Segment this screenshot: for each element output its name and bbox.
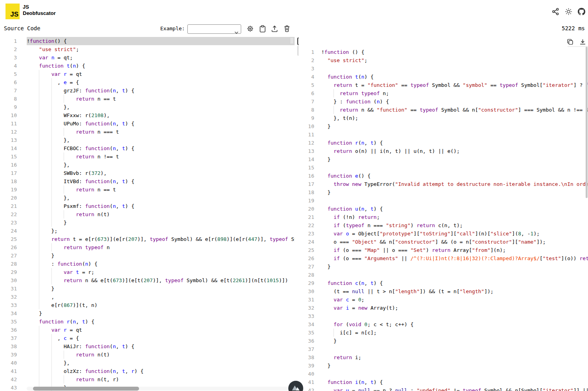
code-line[interactable]: 6 , e = {	[0, 78, 295, 86]
code-line[interactable]: 18 ItVBd: function(n, t) {	[0, 177, 295, 185]
code-line[interactable]: 38 HAiJr: function(n, t) {	[0, 342, 295, 351]
code-line[interactable]: 12 function r(n, t) {	[299, 139, 588, 147]
code-line[interactable]: 23 }	[0, 218, 295, 227]
share-icon[interactable]	[551, 7, 559, 15]
code-line[interactable]: 24 };	[0, 227, 295, 235]
code-line[interactable]: 9 }, t(n);	[299, 114, 588, 122]
copy-icon[interactable]	[566, 38, 574, 46]
code-line[interactable]: 27 }	[0, 251, 295, 260]
code-line[interactable]: 33	[299, 312, 588, 320]
code-line[interactable]: 3	[299, 64, 588, 73]
code-line[interactable]: 4 function t(n) {	[0, 62, 295, 70]
code-line[interactable]: 30 return n && e[t(673)](e[t(207)], type…	[0, 276, 295, 285]
code-line[interactable]: 19 return n == t	[0, 185, 295, 194]
source-vertical-scrollbar-thumb[interactable]	[290, 37, 294, 44]
upload-icon[interactable]	[271, 24, 278, 33]
code-line[interactable]: 17 throw new TypeError("Invalid attempt …	[299, 180, 588, 188]
output-vertical-scrollbar-thumb[interactable]	[586, 47, 588, 198]
code-line[interactable]: 30 (t == null || t > n["length"]) && (t …	[299, 287, 588, 296]
code-line[interactable]: 34 }	[0, 309, 295, 318]
output-editor[interactable]: 1!function () {2 "use strict";34 functio…	[299, 36, 588, 391]
code-line[interactable]: 20 },	[0, 194, 295, 202]
paste-icon[interactable]	[258, 24, 266, 33]
code-line[interactable]: 2 "use strict";	[0, 45, 295, 53]
code-line[interactable]: 18 }	[299, 188, 588, 196]
code-line[interactable]: 1!function () {	[299, 48, 588, 56]
source-code-area[interactable]: 1!function() {2 "use strict";3 var n = q…	[0, 37, 295, 391]
code-line[interactable]: 35 i[c] = n[c];	[299, 329, 588, 337]
code-line[interactable]: 37 , c = {	[0, 334, 295, 342]
code-line[interactable]: 13 },	[0, 136, 295, 144]
code-line[interactable]: 19	[299, 196, 588, 205]
code-line[interactable]: 15 return n !== t	[0, 152, 295, 161]
example-select[interactable]	[187, 24, 241, 34]
code-line[interactable]: 40 },	[0, 359, 295, 367]
code-line[interactable]: 13 return o(n) || i(n, t) || u(n, t) || …	[299, 147, 588, 155]
code-line[interactable]: 14 FCBOC: function(n, t) {	[0, 144, 295, 152]
theme-icon[interactable]	[564, 7, 572, 15]
settings-icon[interactable]	[246, 24, 254, 33]
code-line[interactable]: 8 return n == t	[0, 95, 295, 103]
code-line[interactable]: 5 var r = qt	[0, 70, 295, 78]
code-line[interactable]: 4 function t(n) {	[299, 73, 588, 81]
code-line[interactable]: 26 if (o === "Arguments" || /^(?:Ui|I)nt…	[299, 254, 588, 263]
code-line[interactable]: 7 grzJF: function(n, t) {	[0, 86, 295, 95]
code-line[interactable]: 15	[299, 163, 588, 172]
code-line[interactable]: 31 }	[0, 285, 295, 293]
code-line[interactable]: 33 e[r(867)](t, n)	[0, 301, 295, 309]
code-line[interactable]: 29 var t = r;	[0, 268, 295, 276]
code-line[interactable]: 36 }	[299, 337, 588, 345]
code-line[interactable]: 3 var n = qt;	[0, 53, 295, 62]
code-line[interactable]: 21 if (!n) return;	[299, 213, 588, 221]
code-line[interactable]: 32 ,	[0, 293, 295, 301]
code-line[interactable]: 39 }	[299, 362, 588, 370]
code-line[interactable]: 6 return typeof n;	[299, 89, 588, 97]
code-line[interactable]: 26 return typeof n	[0, 243, 295, 251]
code-line[interactable]: 32 var i = new Array(t);	[299, 304, 588, 312]
code-line[interactable]: 25 if (o === "Map" || o === "Set") retur…	[299, 246, 588, 254]
code-line[interactable]: 11 UPuMo: function(n, t) {	[0, 119, 295, 128]
code-line[interactable]: 21 Psxmf: function(n, t) {	[0, 202, 295, 210]
output-code-area[interactable]: 1!function () {2 "use strict";34 functio…	[299, 48, 588, 391]
code-line[interactable]: 37	[299, 345, 588, 353]
code-line[interactable]: 22 return n(t)	[0, 210, 295, 218]
code-line[interactable]: 41 olzXz: function(n, t, r) {	[0, 367, 295, 375]
code-line[interactable]: 38 return i;	[299, 353, 588, 362]
code-line[interactable]: 5 return t = "function" == typeof Symbol…	[299, 81, 588, 89]
code-line[interactable]: 40	[299, 370, 588, 378]
code-line[interactable]: 9 },	[0, 103, 295, 111]
code-line[interactable]: 12 return n === t	[0, 128, 295, 136]
code-line[interactable]: 14 }	[299, 155, 588, 163]
code-line[interactable]: 7 } : function (n) {	[299, 97, 588, 106]
code-line[interactable]: 25 return t = e[r(673)](e[r(207)], typeo…	[0, 235, 295, 243]
code-line[interactable]: 36 var r = qt	[0, 326, 295, 334]
code-line[interactable]: 17 SWBvb: r(372),	[0, 169, 295, 177]
source-horizontal-scrollbar-thumb[interactable]	[33, 387, 139, 391]
code-line[interactable]: 39 return n(t)	[0, 351, 295, 359]
code-line[interactable]: 16 function e() {	[299, 172, 588, 180]
code-line[interactable]: 20 function u(n, t) {	[299, 205, 588, 213]
code-line[interactable]: 10 }	[299, 122, 588, 130]
code-line[interactable]: 11	[299, 130, 588, 139]
code-line[interactable]: 22 if (typeof n === "string") return c(n…	[299, 221, 588, 229]
code-line[interactable]: 10 WFxxw: r(2108),	[0, 111, 295, 119]
code-line[interactable]: 8 return n && "function" == typeof Symbo…	[299, 106, 588, 114]
code-line[interactable]: 34 for (void 0; c < t; c++) {	[299, 320, 588, 329]
code-line[interactable]: 31 var c = 0;	[299, 296, 588, 304]
code-line[interactable]: 41 function i(n, t) {	[299, 378, 588, 386]
trash-icon[interactable]	[283, 24, 291, 33]
code-line[interactable]: 23 var o = Object["prototype"]["toString…	[299, 229, 588, 238]
code-line[interactable]: 29 function c(n, t) {	[299, 279, 588, 287]
source-editor[interactable]: 1!function() {2 "use strict";3 var n = q…	[0, 36, 295, 391]
code-line[interactable]: 28	[299, 271, 588, 279]
code-line[interactable]: 1!function() {	[0, 37, 295, 45]
code-line[interactable]: 27 }	[299, 263, 588, 271]
code-line[interactable]: 28 : function(n) {	[0, 260, 295, 268]
code-line[interactable]: 42 return n(t, r)	[0, 375, 295, 384]
code-line[interactable]: 2 "use strict";	[299, 56, 588, 64]
code-line[interactable]: 24 o === "Object" && n["constructor"] &&…	[299, 238, 588, 246]
download-icon[interactable]	[579, 38, 586, 46]
code-line[interactable]: 16 },	[0, 161, 295, 169]
code-line[interactable]: 35 function r(n, t) {	[0, 318, 295, 326]
code-line[interactable]: 42 var u = null == n ? null : "undefined…	[299, 386, 588, 391]
